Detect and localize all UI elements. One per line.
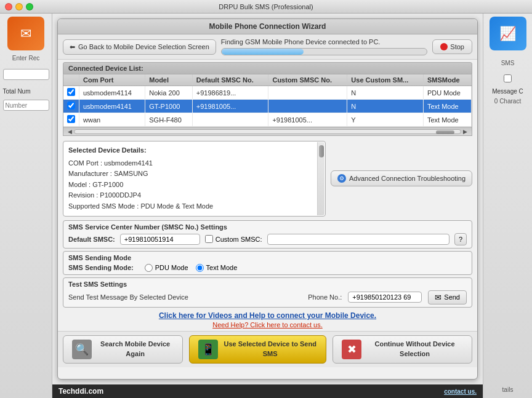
- col-custom-smsc: Custom SMSC No.: [268, 74, 347, 86]
- selected-device-title: Selected Device Details:: [68, 145, 320, 156]
- device-revision: Revision : P1000DDJP4: [68, 190, 320, 201]
- status-area: Finding GSM Mobile Phone Device connecte…: [221, 38, 428, 55]
- continue-without-device-button[interactable]: ✖ Continue Without Device Selection: [332, 335, 472, 364]
- number-input[interactable]: [3, 100, 49, 111]
- device-table-container: Com Port Model Default SMSC No. Custom S…: [63, 74, 472, 136]
- back-to-selection-button[interactable]: ⬅ Go Back to Mobile Device Selection Scr…: [63, 39, 216, 55]
- stop-icon: [440, 43, 448, 50]
- row-custom-smsc: [268, 86, 347, 100]
- row-default-smsc: +91981005...: [192, 100, 268, 113]
- sidebar-left: ✉ Enter Rec Total Num: [0, 14, 52, 398]
- device-table: Com Port Model Default SMSC No. Custom S…: [63, 74, 472, 127]
- traffic-lights: [5, 3, 33, 10]
- selected-device-scrollbar: [317, 142, 324, 215]
- enter-rec-label: Enter Rec: [10, 54, 42, 63]
- row-use-custom: Y: [347, 113, 424, 127]
- scroll-right-arrow[interactable]: ▶: [461, 129, 469, 135]
- search-device-button[interactable]: 🔍 Search Mobile Device Again: [63, 335, 183, 364]
- sms-mode-label: SMS Sending Mode:: [68, 264, 134, 271]
- row-use-custom: N: [347, 86, 424, 100]
- enter-rec-input-area: [3, 69, 49, 80]
- send-test-sms-button[interactable]: ✉ Send: [428, 290, 467, 304]
- sidebar-email-icon: ✉: [7, 17, 44, 50]
- sms-mode-row: SMS Sending Mode: PDU Mode Text Mode: [68, 264, 467, 272]
- help-contact-link[interactable]: Need Help? Click here to contact us.: [63, 321, 472, 328]
- device-com-port: COM Port : usbmodem4141: [68, 158, 320, 169]
- row-use-custom: N: [347, 100, 424, 113]
- custom-smsc-checkbox[interactable]: [205, 235, 213, 243]
- device-supported-mode: Supported SMS Mode : PDU Mode & Text Mod…: [68, 201, 320, 212]
- status-text: Finding GSM Mobile Phone Device connecte…: [221, 38, 428, 46]
- row-sms-mode: Text Mode: [423, 100, 471, 113]
- smsc-help-button[interactable]: ?: [454, 233, 467, 245]
- test-sms-section: Test SMS Settings Send Test Message By S…: [63, 277, 472, 308]
- wizard-window: Mobile Phone Connection Wizard ⬅ Go Back…: [57, 18, 478, 380]
- row-checkbox[interactable]: [67, 115, 75, 123]
- wizard-title: Mobile Phone Connection Wizard: [58, 19, 477, 34]
- row-checkbox[interactable]: [67, 88, 75, 96]
- progress-bar-fill: [222, 49, 304, 55]
- maximize-button[interactable]: [26, 3, 33, 10]
- default-smsc-label: Default SMSC:: [68, 236, 115, 243]
- row-checkbox[interactable]: [67, 101, 75, 109]
- progress-bar: [221, 48, 428, 55]
- row-model: GT-P1000: [145, 100, 193, 113]
- row-checkbox-cell: [63, 86, 79, 100]
- sidebar-chart-icon: 📈: [490, 17, 526, 50]
- sidebar-checkbox-area: [504, 74, 512, 82]
- app-title: DRPU Bulk SMS (Professional): [219, 3, 313, 10]
- scroll-track: [74, 129, 461, 134]
- scroll-left-arrow[interactable]: ◀: [66, 129, 74, 135]
- total-num-label: Total Num: [3, 88, 49, 95]
- test-sms-row: Send Test Message By Selected Device Pho…: [68, 290, 467, 304]
- custom-smsc-label-text: Custom SMSC:: [216, 236, 262, 243]
- pdu-mode-radio[interactable]: [145, 264, 153, 272]
- sidebar-char-label: 0 Charact: [494, 98, 521, 105]
- row-sms-mode: PDU Mode: [423, 86, 471, 100]
- default-smsc-input[interactable]: [120, 234, 200, 245]
- row-model: Nokia 200: [145, 86, 193, 100]
- text-mode-label: Text Mode: [206, 264, 238, 271]
- test-sms-legend: Test SMS Settings: [68, 281, 467, 288]
- close-button[interactable]: [5, 3, 12, 10]
- table-row[interactable]: wwan SGH-F480 +91981005... Y Text Mode: [63, 113, 472, 127]
- wizard-toolbar: ⬅ Go Back to Mobile Device Selection Scr…: [58, 34, 477, 60]
- table-header-row: Com Port Model Default SMSC No. Custom S…: [63, 74, 472, 86]
- scroll-thumb: [436, 130, 454, 134]
- continue-label: Continue Without Device Selection: [366, 340, 463, 359]
- scrollbar-thumb: [319, 145, 324, 157]
- smsc-legend: SMS Service Center Number (SMSC No.) Set…: [68, 223, 467, 231]
- minimize-button[interactable]: [15, 3, 23, 10]
- phone-label: Phone No.:: [308, 293, 342, 301]
- row-com-port: usbmodem4141: [79, 100, 145, 113]
- enter-rec-input[interactable]: [3, 69, 49, 80]
- table-row[interactable]: usbmodem4141 GT-P1000 +91981005... N Tex…: [63, 100, 472, 113]
- search-device-icon: 🔍: [72, 340, 92, 359]
- row-com-port: wwan: [79, 113, 145, 127]
- row-com-port: usbmodem4114: [79, 86, 145, 100]
- pdu-mode-option: PDU Mode: [145, 264, 188, 272]
- use-selected-label: Use Selected Device to Send SMS: [223, 340, 317, 359]
- footer-bar: Techddi.com contact us.: [52, 384, 483, 398]
- footer-contact-link[interactable]: contact us.: [444, 388, 477, 395]
- help-main-link[interactable]: Click here for Videos and Help to connec…: [159, 311, 376, 320]
- troubleshoot-button[interactable]: ⚙ Advanced Connection Troubleshooting: [331, 170, 472, 186]
- col-default-smsc: Default SMSC No.: [192, 74, 268, 86]
- help-icon: ?: [459, 236, 462, 243]
- table-scroll-bar: ◀ ▶: [63, 127, 472, 135]
- sidebar-sms-label: SMS: [501, 60, 515, 66]
- gear-icon: ⚙: [337, 174, 346, 183]
- sidebar-checkbox[interactable]: [504, 74, 512, 82]
- table-row[interactable]: usbmodem4114 Nokia 200 +91986819... N PD…: [63, 86, 472, 100]
- device-model: Model : GT-P1000: [68, 180, 320, 191]
- text-mode-radio[interactable]: [196, 264, 204, 272]
- custom-smsc-input[interactable]: [267, 234, 449, 245]
- phone-input[interactable]: [348, 292, 422, 303]
- smsc-section: SMS Service Center Number (SMSC No.) Set…: [63, 220, 472, 249]
- sidebar-details-label: tails: [502, 386, 514, 398]
- stop-button[interactable]: Stop: [432, 39, 472, 54]
- smsc-row: Default SMSC: Custom SMSC: ?: [68, 233, 467, 245]
- col-sms-mode: SMSMode: [423, 74, 471, 86]
- row-checkbox-cell: [63, 113, 79, 127]
- use-selected-device-button[interactable]: 📱 Use Selected Device to Send SMS: [189, 335, 326, 364]
